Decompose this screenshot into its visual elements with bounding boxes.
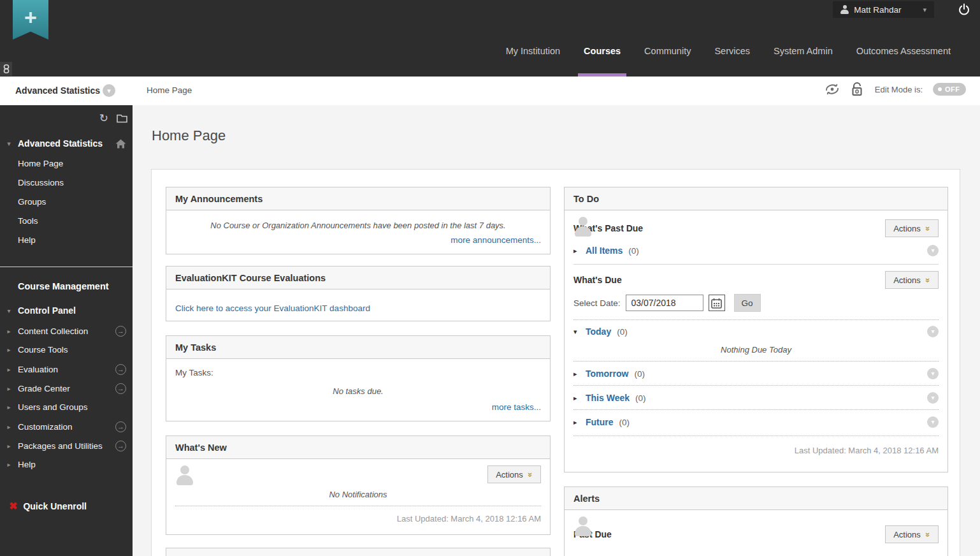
tab-system-admin[interactable]: System Admin [774,37,833,77]
course-management-title: Course Management [18,281,133,291]
sidebar-item-control-panel[interactable]: ▾ Control Panel [0,305,133,316]
user-menu[interactable]: Matt Rahdar ▾ [833,1,934,18]
blackboard-logo[interactable]: + [13,0,48,40]
module-title: EvaluationKIT Course Evaluations [166,267,550,289]
tab-my-institution[interactable]: My Institution [506,37,560,77]
folder-view-button[interactable] [117,114,127,123]
divider [573,319,939,320]
breadcrumb-course-title: Advanced Statistics [15,85,100,96]
breadcrumb-page: Home Page [147,85,192,95]
refresh-menu-button[interactable]: ↻ [99,112,108,125]
module-title: My Tasks [166,336,550,359]
chain-link-icon [3,64,10,73]
divider [573,361,939,362]
sidebar-item-tools[interactable]: Tools [18,216,38,226]
double-chevron-down-icon: » [526,472,535,476]
sidebar-item-help[interactable]: Help [18,235,36,245]
module-title: What's New [166,436,550,459]
select-date-input[interactable] [626,295,703,311]
course-menu-header[interactable]: ▾ Advanced Statistics [0,138,133,149]
unlocked-padlock-icon [851,82,865,97]
past-due-actions-button[interactable]: Actions » [885,219,939,237]
collapse-circle-icon[interactable]: ▾ [927,368,939,379]
module-title: Needs Attention [166,548,550,556]
whats-due-actions-button[interactable]: Actions » [885,271,939,289]
edit-mode-toggle[interactable]: OFF [933,83,966,96]
collapse-circle-icon[interactable]: ▾ [927,416,939,428]
all-items-toggle[interactable]: ▸ All Items (0) ▾ [565,245,948,256]
open-in-new-arrow-icon[interactable]: → [115,326,126,337]
sidebar-item-groups[interactable]: Groups [18,197,46,207]
open-in-new-arrow-icon[interactable]: → [115,383,126,394]
my-tasks-label: My Tasks: [166,359,550,377]
calendar-icon [711,298,722,309]
open-in-new-arrow-icon[interactable]: → [115,364,126,375]
chevron-right-icon: ▸ [0,404,18,411]
sidebar-item-grade-center[interactable]: ▸ Grade Center → [0,383,133,394]
open-in-new-arrow-icon[interactable]: → [115,421,126,432]
top-navigation-bar: + Matt Rahdar ▾ My Institution Courses C… [0,0,980,77]
chevron-right-icon: ▸ [0,461,18,468]
sidebar-item-content-collection[interactable]: ▸ Content Collection → [0,326,133,337]
red-x-icon: ✖ [9,500,17,512]
sidebar-item-packages-and-utilities[interactable]: ▸ Packages and Utilities → [0,441,133,451]
tab-outcomes-assessment[interactable]: Outcomes Assessment [856,37,951,77]
module-title: My Announcements [166,187,550,210]
future-toggle[interactable]: ▸ Future (0) ▾ [565,416,948,428]
module-title: To Do [565,187,948,210]
sidebar-item-cm-help[interactable]: ▸ Help [0,460,133,469]
sidebar-item-discussions[interactable]: Discussions [18,178,64,187]
course-sidebar: ↻ ▾ Advanced Statistics Home Page Discus… [0,105,133,556]
alerts-actions-button[interactable]: Actions » [885,525,939,543]
chevron-right-icon: ▸ [0,366,18,373]
tomorrow-toggle[interactable]: ▸ Tomorrow (0) ▾ [565,368,948,379]
sidebar-item-evaluation[interactable]: ▸ Evaluation → [0,364,133,375]
tab-services[interactable]: Services [714,37,750,77]
student-preview-icon [824,82,840,96]
user-name: Matt Rahdar [854,5,901,15]
today-empty-text: Nothing Due Today [565,337,948,361]
whats-new-actions-button[interactable]: Actions » [487,465,541,483]
logout-button[interactable] [955,1,974,18]
folder-icon [117,114,127,123]
student-preview-button[interactable] [824,82,840,96]
power-icon [958,3,970,16]
go-button[interactable]: Go [734,294,761,312]
sidebar-item-home-page[interactable]: Home Page [18,159,63,168]
chevron-right-icon: ▸ [573,247,580,255]
collapse-circle-icon[interactable]: ▾ [927,245,939,256]
today-toggle[interactable]: ▾ Today (0) ▾ [565,326,948,337]
breadcrumb-menu-button[interactable]: ▾ [103,84,115,97]
whats-new-last-updated: Last Updated: March 4, 2018 12:16 AM [166,506,550,523]
chevron-right-icon: ▸ [0,423,18,430]
collapse-circle-icon[interactable]: ▾ [927,326,939,337]
quick-unenroll-button[interactable]: ✖ Quick Unenroll [9,500,87,512]
accessibility-link-chip[interactable] [0,62,12,76]
plus-logo-icon: + [13,5,48,30]
more-announcements-link[interactable]: more announcements... [450,235,541,245]
course-management-header: Course Management [0,281,133,291]
chevron-right-icon: ▸ [0,328,18,335]
chevron-down-icon: ▾ [573,328,580,336]
tab-community[interactable]: Community [644,37,691,77]
course-menu-title: Advanced Statistics [18,138,115,149]
calendar-picker-button[interactable] [709,295,725,311]
lock-toggle-button[interactable] [851,82,865,97]
todo-last-updated: Last Updated: March 4, 2018 12:16 AM [565,436,948,455]
breadcrumb-bar: Advanced Statistics ▾ Home Page Edit Mod… [0,77,980,105]
this-week-toggle[interactable]: ▸ This Week (0) ▾ [565,392,948,404]
chevron-right-icon: ▸ [0,443,18,450]
chevron-right-icon: ▸ [573,394,580,402]
collapse-circle-icon[interactable]: ▾ [927,392,939,404]
sidebar-item-course-tools[interactable]: ▸ Course Tools [0,345,133,355]
sidebar-item-users-and-groups[interactable]: ▸ Users and Groups [0,402,133,412]
user-icon [840,5,849,14]
more-tasks-link[interactable]: more tasks... [492,402,541,412]
evaluationkit-dashboard-link[interactable]: Click here to access your EvaluationKIT … [175,304,370,313]
chevron-right-icon: ▸ [0,385,18,392]
whats-new-empty-text: No Notifications [166,486,550,506]
tab-courses[interactable]: Courses [584,37,621,77]
sidebar-item-customization[interactable]: ▸ Customization → [0,421,133,432]
open-in-new-arrow-icon[interactable]: → [115,441,126,451]
whats-due-label: What's Due [573,275,622,285]
